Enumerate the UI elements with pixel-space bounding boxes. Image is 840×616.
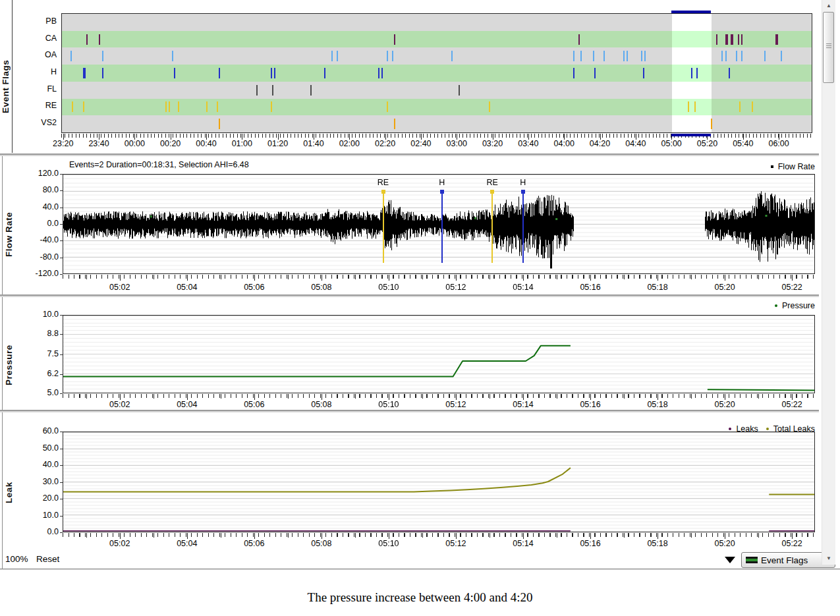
leak-time-axis — [63, 533, 815, 537]
y-axis-tick — [60, 499, 63, 499]
time-minute-tick — [389, 533, 389, 539]
time-minute-tick — [422, 533, 423, 538]
time-axis-label: 05:20 — [714, 283, 735, 292]
time-minute-tick — [691, 533, 692, 538]
reset-zoom-button[interactable]: Reset — [36, 554, 59, 564]
scrollbar-grip-icon — [826, 45, 831, 46]
time-axis-label: 01:00 — [232, 139, 252, 148]
flow-rate-axis-title: Flow Rate — [4, 198, 14, 257]
time-minute-tick — [792, 533, 793, 539]
y-axis-label: 7.5 — [16, 349, 59, 358]
event-row-oa — [62, 47, 812, 65]
time-minute-tick — [523, 394, 524, 400]
y-axis-tick — [60, 315, 63, 316]
event-tick-oa — [641, 51, 642, 61]
y-axis-tick — [60, 190, 63, 191]
time-axis-label: 05:14 — [513, 283, 533, 292]
time-minute-tick — [288, 533, 289, 538]
time-axis-label: 05:22 — [781, 400, 802, 409]
event-tick-oa — [387, 51, 388, 61]
event-row-label-fl: FL — [13, 84, 57, 94]
time-axis-label: 02:20 — [375, 139, 395, 148]
event-tick-oa — [573, 51, 574, 61]
time-minute-tick — [187, 275, 188, 281]
vertical-scrollbar[interactable]: ▲ ▼ — [822, 0, 835, 565]
y-axis-tick — [60, 240, 63, 241]
event-tick-h — [102, 68, 103, 78]
y-axis-tick — [60, 449, 63, 449]
event-tick-re — [206, 101, 208, 112]
time-minute-tick — [523, 275, 524, 281]
event-tick-re — [688, 101, 689, 112]
event-marker-head-re — [490, 190, 494, 194]
event-tick-ca — [716, 34, 717, 45]
time-axis-label: 05:06 — [244, 283, 264, 292]
panel-splitter-1[interactable] — [0, 154, 819, 156]
event-tick-oa — [593, 51, 594, 61]
time-axis-label: 05:12 — [445, 539, 466, 548]
event-tick-oa — [623, 51, 625, 61]
event-tick-ca — [578, 34, 580, 45]
y-axis-label: 6.2 — [16, 369, 59, 378]
event-flags-panel-left-edge — [12, 0, 13, 153]
time-minute-tick — [456, 394, 457, 400]
y-axis-label: 5.0 — [16, 388, 59, 397]
leak-plot[interactable] — [63, 432, 815, 532]
time-axis-label: 23:40 — [88, 139, 109, 148]
event-row-h — [62, 65, 812, 82]
time-minute-tick — [355, 533, 356, 538]
time-minute-tick — [288, 394, 289, 399]
panel-splitter-3[interactable] — [0, 410, 819, 412]
event-tick-ca — [775, 34, 777, 45]
time-minute-tick — [490, 394, 490, 399]
y-axis-label: 30.0 — [16, 477, 59, 486]
time-axis-label: 05:16 — [580, 539, 600, 548]
time-minute-tick — [456, 275, 457, 281]
time-minute-tick — [187, 394, 188, 400]
event-tick-h — [274, 68, 275, 78]
time-axis-label: 05:16 — [580, 400, 600, 409]
time-axis-label: 05:20 — [714, 539, 735, 548]
event-marker-label: RE — [486, 178, 497, 187]
event-tick-h — [381, 68, 383, 78]
time-axis-label: 00:40 — [196, 139, 216, 148]
event-row-ca — [62, 31, 812, 48]
scroll-down-button[interactable]: ▼ — [822, 554, 835, 563]
panel-splitter-2[interactable] — [0, 294, 819, 297]
pressure-legend: Pressure — [775, 301, 815, 310]
time-minute-tick — [624, 533, 625, 538]
time-minute-tick — [120, 275, 121, 281]
time-axis-label: 05:12 — [445, 283, 466, 292]
event-row-pb — [62, 14, 812, 31]
y-axis-label: -40.0 — [16, 235, 59, 244]
event-tick-ca — [777, 34, 778, 45]
collapse-graphs-toggle[interactable] — [725, 557, 735, 563]
time-axis-label: 05:08 — [311, 283, 331, 292]
pressure-plot[interactable] — [63, 315, 815, 393]
time-axis-label: 05:12 — [445, 400, 466, 409]
time-minute-tick — [557, 533, 557, 538]
time-axis-label: 03:20 — [482, 139, 503, 148]
time-minute-tick — [590, 533, 591, 539]
y-axis-tick — [60, 174, 63, 175]
time-minute-tick — [624, 394, 625, 399]
time-axis-label: 05:02 — [109, 539, 130, 548]
time-minute-tick — [725, 275, 725, 281]
graph-selector-value: Event Flags — [761, 555, 808, 565]
event-tick-oa — [451, 51, 453, 61]
pressure-axis-title: Pressure — [4, 326, 14, 385]
event-flags-plot[interactable] — [61, 13, 812, 133]
event-tick-oa — [337, 51, 338, 61]
time-axis-label: 04:00 — [554, 139, 574, 148]
event-tick-fl — [272, 85, 273, 96]
zoom-level-button[interactable]: 100% — [5, 554, 28, 564]
event-row-vs2 — [62, 115, 812, 132]
scrollbar-thumb[interactable] — [823, 12, 834, 83]
y-axis-label: -120.0 — [16, 269, 59, 278]
flow-rate-plot[interactable]: REHREH — [63, 174, 815, 274]
event-tick-h — [573, 68, 574, 78]
event-tick-oa — [392, 51, 393, 61]
scroll-up-button[interactable]: ▲ — [822, 1, 835, 11]
time-axis-label: 05:20 — [714, 400, 735, 409]
event-tick-re — [169, 101, 170, 112]
